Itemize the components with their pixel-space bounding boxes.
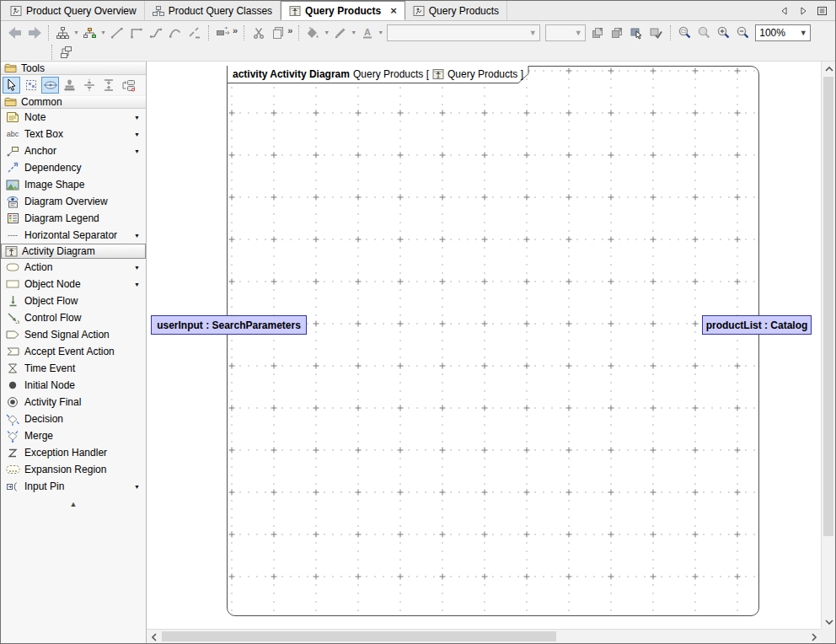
palette-item-note[interactable]: Note ▼ [1, 109, 146, 126]
paste-button[interactable] [268, 24, 287, 42]
tab-query-products[interactable]: Query Products [405, 1, 507, 20]
chevron-down-icon[interactable]: ▼ [99, 30, 107, 35]
back-button[interactable] [5, 24, 24, 42]
horizontal-compress-tool[interactable] [99, 77, 117, 94]
overflow-chevron-icon[interactable]: » [233, 25, 238, 35]
chevron-down-icon[interactable]: ▼ [134, 115, 142, 121]
path-curved-button[interactable] [165, 24, 185, 42]
activity-final-icon [5, 396, 20, 408]
resize-to-fit-button[interactable] [213, 24, 233, 42]
stereotype-combo[interactable]: ▼ [387, 24, 540, 41]
palette-item-time-event[interactable]: Time Event [1, 360, 146, 377]
palette-item-decision[interactable]: Decision [1, 411, 146, 427]
palette-item-diagram-legend[interactable]: Diagram Legend [1, 210, 146, 227]
chevron-down-icon[interactable]: ▼ [134, 282, 142, 287]
select-tool[interactable] [3, 77, 20, 94]
close-icon[interactable]: × [390, 5, 397, 16]
zoom-level-combo[interactable]: 100%▼ [755, 24, 811, 41]
display-related-elements-button[interactable] [56, 43, 76, 62]
chevron-down-icon[interactable]: ▼ [134, 233, 142, 239]
activity-diagram-frame[interactable]: activity Activity Diagram Query Products… [227, 66, 759, 616]
forward-button[interactable] [24, 24, 44, 42]
chevron-down-icon[interactable]: ▼ [134, 484, 142, 490]
tab-product-query-overview[interactable]: Product Query Overview [3, 1, 145, 20]
scroll-up-button[interactable] [822, 62, 836, 76]
path-oblique-button[interactable] [146, 24, 165, 42]
palette-item-diagram-overview[interactable]: Diagram Overview [1, 193, 146, 210]
fill-color-button[interactable] [303, 24, 323, 42]
palette-section-activity-diagram[interactable]: Activity Diagram [1, 244, 146, 259]
size-combo[interactable]: ▼ [545, 24, 586, 41]
cut-button[interactable] [249, 24, 268, 42]
horizontal-scrollbar[interactable] [147, 629, 821, 643]
link-tool[interactable] [41, 77, 59, 94]
palette-section-common[interactable]: Common [1, 95, 146, 109]
activity-parameter-node-productlist[interactable]: productList : Catalog [702, 315, 812, 335]
palette-item-accept-event-action[interactable]: Accept Event Action [1, 343, 146, 360]
palette-item-object-flow[interactable]: Object Flow [1, 292, 146, 309]
palette-item-control-flow[interactable]: Control Flow [1, 309, 146, 326]
palette-section-tools[interactable]: Tools [1, 62, 146, 75]
palette-item-action[interactable]: Action ▼ [1, 259, 146, 276]
line-color-button[interactable] [330, 24, 350, 42]
activity-parameter-node-userinput[interactable]: userInput : SearchParameters [151, 315, 307, 335]
chevron-down-icon[interactable]: ▼ [134, 265, 142, 271]
zoom-in-button[interactable] [714, 24, 733, 42]
palette-item-text-box[interactable]: abc Text Box ▼ [1, 126, 146, 142]
sticky-tool[interactable] [61, 77, 78, 94]
vertical-scrollbar-thumb[interactable] [823, 77, 833, 536]
palette-item-anchor[interactable]: Anchor ▼ [1, 142, 146, 159]
palette-item-exception-handler[interactable]: Exception Handler [1, 444, 146, 461]
diagram-canvas[interactable]: activity Activity Diagram Query Products… [147, 62, 821, 629]
vertical-compress-tool[interactable] [80, 77, 98, 94]
zoom-region-button[interactable] [675, 24, 694, 42]
path-custom-icon [188, 26, 201, 40]
swap-tool[interactable] [119, 77, 137, 94]
horizontal-scrollbar-thumb[interactable] [162, 631, 556, 641]
overflow-chevron-icon[interactable]: » [287, 25, 292, 35]
palette-item-dependency[interactable]: Dependency [1, 159, 146, 176]
scroll-left-icon [151, 633, 158, 641]
font-color-button[interactable]: A [357, 24, 377, 42]
chevron-down-icon[interactable]: ▼ [350, 30, 357, 35]
frame-name-label[interactable]: activity Activity Diagram Query Products… [227, 66, 529, 84]
chevron-down-icon[interactable]: ▼ [377, 30, 384, 35]
apply-style-button[interactable] [646, 24, 666, 42]
layout-structure-button[interactable] [53, 24, 72, 42]
palette-item-merge[interactable]: Merge [1, 427, 146, 444]
chevron-down-icon[interactable]: ▼ [323, 30, 330, 35]
tab-list-icon[interactable] [815, 4, 828, 18]
palette-item-image-shape[interactable]: Image Shape [1, 176, 146, 193]
to-back-button[interactable] [608, 24, 627, 42]
scroll-left-button[interactable] [147, 630, 161, 644]
to-front-button[interactable] [588, 24, 608, 42]
palette-item-send-signal-action[interactable]: Send Signal Action [1, 326, 146, 343]
palette-item-activity-final[interactable]: Activity Final [1, 394, 146, 411]
tab-query-products-active[interactable]: Query Products × [281, 1, 405, 20]
palette-item-input-pin[interactable]: Input Pin ▼ [1, 478, 146, 495]
palette-item-initial-node[interactable]: Initial Node [1, 377, 146, 394]
previous-tab-icon[interactable] [778, 4, 791, 18]
marquee-tool[interactable] [22, 77, 40, 94]
tab-product-query-classes[interactable]: Product Query Classes [145, 1, 281, 20]
chevron-down-icon[interactable]: ▼ [134, 131, 142, 137]
palette-scroll-up-button[interactable]: ▲ [1, 495, 146, 508]
related-elements-button[interactable] [80, 24, 99, 42]
scroll-down-button[interactable] [822, 614, 836, 629]
palette-item-object-node[interactable]: Object Node ▼ [1, 276, 146, 292]
dependency-icon [5, 162, 20, 174]
select-symbol-button[interactable] [627, 24, 646, 42]
scroll-right-button[interactable] [807, 630, 821, 644]
path-straight-button[interactable] [107, 24, 126, 42]
palette-item-expansion-region[interactable]: Expansion Region [1, 461, 146, 478]
zoom-out-button[interactable] [733, 24, 753, 42]
zoom-selection-button[interactable] [694, 24, 714, 42]
path-rectilinear-button[interactable] [126, 24, 146, 42]
palette-item-label: Exception Handler [24, 447, 107, 459]
chevron-down-icon[interactable]: ▼ [134, 148, 142, 154]
path-custom-button[interactable] [185, 24, 204, 42]
vertical-scrollbar[interactable] [821, 62, 835, 629]
chevron-down-icon[interactable]: ▼ [72, 30, 80, 35]
palette-item-horizontal-separator[interactable]: ---- Horizontal Separator ▼ [1, 227, 146, 244]
next-tab-icon[interactable] [796, 4, 810, 18]
